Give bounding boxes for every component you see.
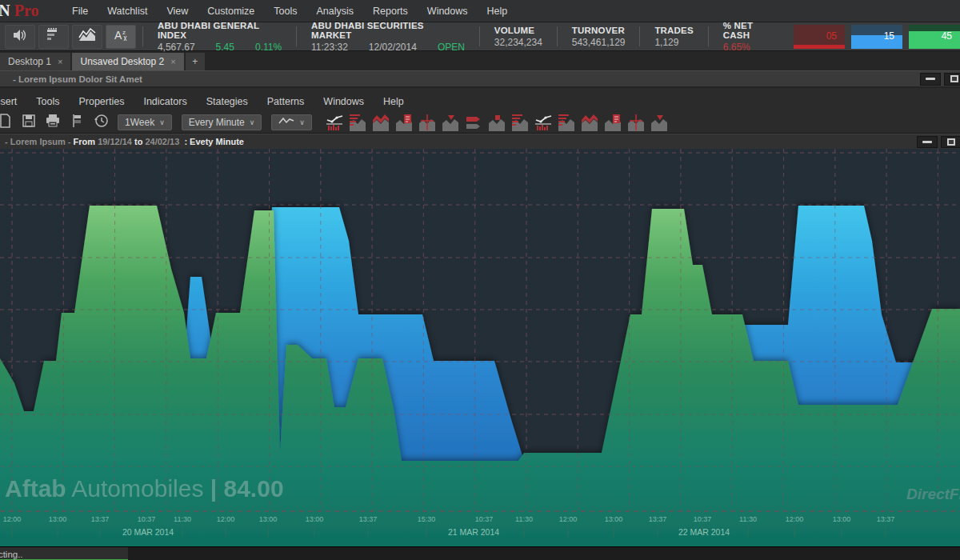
speaker-icon bbox=[12, 28, 28, 45]
market-info-value: 0.11% bbox=[255, 42, 282, 53]
infobar-button-area-chart-icon[interactable] bbox=[72, 25, 102, 49]
market-info-group: % NET CASH6.65% bbox=[714, 22, 786, 50]
market-info-values: 543,461,129 bbox=[572, 37, 626, 48]
dropdown-1week[interactable]: 1Week∨ bbox=[118, 114, 172, 130]
menu-watchlist[interactable]: Watchlist bbox=[98, 6, 157, 17]
menu-tools[interactable]: Tools bbox=[264, 6, 306, 17]
toolbar-history-icon[interactable] bbox=[91, 114, 110, 131]
maximize-icon bbox=[947, 138, 955, 146]
tool-icon-note[interactable] bbox=[394, 114, 414, 131]
chart-menu-tools[interactable]: Tools bbox=[26, 96, 69, 107]
market-info-group: ABU DHABI GENERAL INDEX4,567.675.450.11% bbox=[148, 22, 291, 50]
depth-box-box-red[interactable]: 05 bbox=[794, 25, 845, 49]
menu-reports[interactable]: Reports bbox=[363, 6, 418, 17]
tool-icon-note[interactable] bbox=[603, 114, 622, 131]
chart-menu-indicators[interactable]: Indicators bbox=[134, 96, 196, 107]
tool-icon-zigzag[interactable] bbox=[580, 114, 599, 131]
infobar-button-watchlist-icon[interactable] bbox=[38, 25, 69, 49]
x-axis-time-label: 12:00 bbox=[3, 515, 22, 523]
menu-help[interactable]: Help bbox=[478, 6, 518, 17]
tab-close-icon[interactable]: × bbox=[170, 57, 175, 66]
market-info-value: 5.45 bbox=[216, 42, 234, 53]
symbol-watermark: Aftab Automobiles | 84.00 bbox=[5, 475, 284, 502]
tool-icon-flags[interactable] bbox=[464, 114, 483, 131]
page-icon bbox=[0, 114, 12, 130]
flag-icon bbox=[70, 114, 84, 130]
chart-area[interactable]: 12:0013:0013:3710:3711:3012:0013:0013:00… bbox=[0, 149, 960, 546]
tool-icon-zigzag[interactable] bbox=[371, 114, 390, 131]
market-info-value: 4,567.67 bbox=[158, 42, 195, 53]
maximize-button[interactable] bbox=[944, 73, 960, 86]
watchlist-icon bbox=[46, 28, 62, 45]
minimize-icon bbox=[926, 78, 935, 80]
tool-icon-crosshair[interactable] bbox=[418, 114, 437, 131]
chart-header-text: : Evety Minute bbox=[179, 137, 244, 146]
chart-menu-windows[interactable]: Windows bbox=[314, 96, 374, 107]
chart-toolbar: 1Week∨Every Minute∨∨ bbox=[0, 111, 960, 134]
chart-menu-stategies[interactable]: Stategies bbox=[197, 96, 258, 107]
dropdown-label: 1Week bbox=[125, 117, 154, 128]
chart-minimize-button[interactable] bbox=[917, 136, 938, 148]
market-info-value: 12/02/2014 bbox=[369, 42, 417, 53]
x-axis-time-label: 13:37 bbox=[91, 515, 110, 523]
menu-customize[interactable]: Customize bbox=[198, 6, 264, 17]
toolbar-flag-icon[interactable] bbox=[67, 114, 86, 131]
menu-windows[interactable]: Windows bbox=[418, 6, 478, 17]
tool-icon-square[interactable] bbox=[487, 114, 506, 131]
menu-analysis[interactable]: Analysis bbox=[307, 6, 364, 17]
chart-maximize-button[interactable] bbox=[941, 136, 960, 148]
desktop-tab-unsaved-desktop-2[interactable]: Unsaved Desktop 2× bbox=[72, 53, 183, 70]
depth-box-value: 05 bbox=[826, 30, 837, 42]
chart-menu-insert[interactable]: Insert bbox=[0, 96, 26, 107]
market-info-value: 6.65% bbox=[723, 42, 750, 53]
chart-menu-properties[interactable]: Properties bbox=[69, 96, 134, 107]
toolbar-page-icon[interactable] bbox=[0, 114, 14, 131]
x-axis-time-label: 13:00 bbox=[306, 515, 324, 523]
tool-icon-line-volume[interactable] bbox=[325, 114, 344, 131]
menu-view[interactable]: View bbox=[157, 6, 198, 17]
depth-box-box-blue[interactable]: 15 bbox=[851, 25, 902, 49]
new-desktop-tab[interactable]: + bbox=[186, 53, 205, 70]
depth-box-box-green[interactable]: 45 bbox=[909, 25, 960, 49]
desktop-tab-desktop-1[interactable]: Desktop 1× bbox=[0, 53, 70, 70]
history-icon bbox=[94, 114, 108, 130]
minimize-button[interactable] bbox=[920, 73, 941, 86]
tool-icon-triangle[interactable] bbox=[441, 114, 460, 131]
toolbar-save-icon[interactable] bbox=[19, 114, 38, 131]
x-axis-date-label: 20 MAR 2014 bbox=[122, 527, 174, 537]
dropdown-every-minute[interactable]: Every Minute∨ bbox=[182, 114, 262, 130]
market-info-label: TURNOVER bbox=[572, 26, 626, 35]
infobar-button-speaker-icon[interactable] bbox=[5, 25, 35, 49]
tab-close-icon[interactable]: × bbox=[58, 57, 62, 66]
top-menubar: FN Pro FileWatchlistViewCustomizeToolsAn… bbox=[0, 0, 960, 22]
tool-icon-crosshair[interactable] bbox=[626, 114, 646, 131]
tool-icon-fibonacci[interactable] bbox=[510, 114, 530, 131]
connection-status-text: Connecting.. bbox=[0, 550, 23, 559]
dropdown-chart-type[interactable]: ∨ bbox=[271, 114, 312, 130]
dropdown-label: Every Minute bbox=[189, 117, 245, 128]
market-info-values: 11:23:3212/02/2014OPEN bbox=[311, 42, 465, 53]
infobar-button-translate-icon[interactable]: Az bbox=[106, 25, 136, 49]
separator bbox=[296, 26, 297, 46]
price-area-chart[interactable]: 12:0013:0013:3710:3711:3012:0013:0013:00… bbox=[0, 149, 960, 546]
tool-icon-line-volume[interactable] bbox=[534, 114, 553, 131]
chart-menu-patterns[interactable]: Patterns bbox=[258, 96, 314, 107]
tool-icon-fibonacci[interactable] bbox=[557, 114, 576, 131]
market-info-value: 11:23:32 bbox=[311, 42, 348, 53]
tool-icon-fibonacci[interactable] bbox=[348, 114, 367, 131]
x-axis-time-label: 10:37 bbox=[475, 515, 494, 523]
x-axis-time-label: 13:00 bbox=[49, 515, 67, 523]
chart-menu-help[interactable]: Help bbox=[374, 96, 414, 107]
depth-box-strip bbox=[794, 45, 845, 49]
chart-header-text: From bbox=[74, 137, 98, 146]
toolbar-print-icon[interactable] bbox=[43, 114, 62, 131]
x-axis-date-label: 22 MAR 2014 bbox=[678, 527, 730, 537]
market-info-label: ABU DHABI SECURITIES MARKET bbox=[311, 21, 465, 40]
market-info-value: 32,234,234 bbox=[494, 37, 542, 48]
svg-text:z: z bbox=[122, 29, 126, 36]
tool-icon-triangle[interactable] bbox=[650, 114, 669, 131]
chart-window-header: - Lorem Ipsum - From 19/12/14 to 24/02/1… bbox=[0, 134, 960, 149]
menu-file[interactable]: File bbox=[62, 6, 98, 17]
window-title: - Lorem Ipsum Dolor Sit Amet bbox=[0, 74, 142, 84]
window-titlebar: - Lorem Ipsum Dolor Sit Amet bbox=[0, 70, 960, 88]
